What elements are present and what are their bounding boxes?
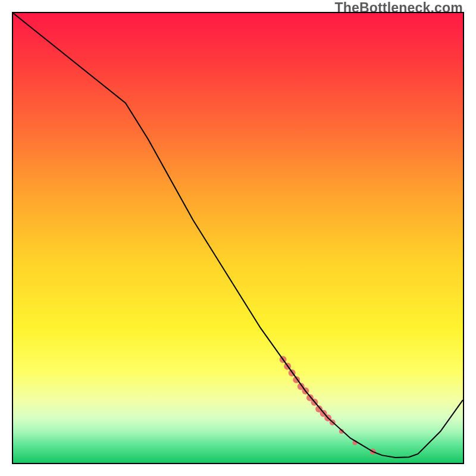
chart-svg (13, 13, 463, 463)
bottleneck-curve (13, 13, 463, 458)
plot-area (12, 12, 464, 464)
chart-container: TheBottleneck.com (0, 0, 476, 476)
highlight-band (280, 356, 376, 455)
